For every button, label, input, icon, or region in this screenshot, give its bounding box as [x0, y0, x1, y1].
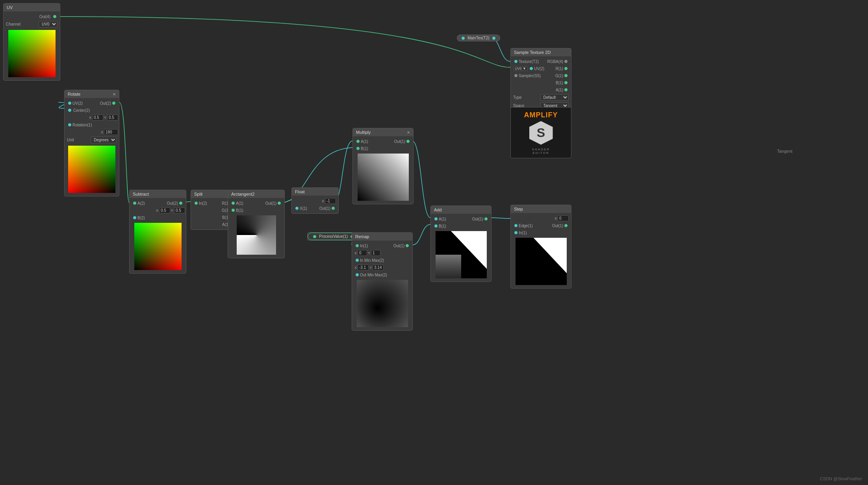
rotate-y-input[interactable]: [107, 115, 118, 120]
remap-out-min-port[interactable]: [356, 273, 359, 276]
rotate-preview-canvas: [68, 146, 115, 193]
sample-r-port[interactable]: [564, 67, 568, 70]
sample-sampler-port[interactable]: [514, 74, 517, 77]
subtract-b-port[interactable]: [133, 216, 136, 219]
rotate-xy-y: Y: [104, 116, 106, 120]
sample-g-label: G(1): [555, 74, 563, 78]
multiply-close[interactable]: ✕: [407, 130, 410, 135]
add-b-label: B(1): [439, 224, 489, 228]
step-edge-port[interactable]: [514, 224, 517, 227]
add-preview: [436, 231, 487, 278]
step-x-label: X: [555, 217, 557, 220]
multiply-out-label: Out(1): [394, 139, 405, 144]
rotate-node: Rotate ✕ UV(2) Out(2) Center(2) X Y Rota…: [64, 90, 119, 196]
add-out-port[interactable]: [484, 217, 488, 220]
sample-uv-port[interactable]: [530, 67, 533, 70]
sample-uv0-badge[interactable]: UV0 ▼: [513, 66, 528, 71]
multiply-b-port[interactable]: [356, 147, 360, 150]
step-preview: [516, 238, 567, 285]
uv-channel-select[interactable]: UV0: [39, 21, 57, 28]
sample-tex-port[interactable]: [514, 60, 517, 63]
remap-x1-label: X: [354, 251, 357, 255]
rotate-x2-label: X: [101, 130, 103, 134]
maintex-label: MainTex(T2): [467, 36, 490, 40]
rotate-rot-port[interactable]: [68, 123, 71, 126]
rotate-center-port[interactable]: [68, 109, 71, 112]
split-title: Split: [194, 192, 202, 196]
rotate-out-port[interactable]: [112, 102, 115, 105]
remap-out-label: Out(1): [393, 244, 404, 248]
add-a-port[interactable]: [434, 217, 438, 220]
step-out-port[interactable]: [564, 224, 568, 227]
sample-texture-node: Sample Texture 2D Texture(T2) RGBA(4) UV…: [510, 48, 571, 112]
remap-x1-input[interactable]: [358, 250, 367, 256]
rotate-preview: [68, 146, 115, 193]
sample-r-label: R(1): [556, 67, 563, 71]
rotate-uv-port[interactable]: [68, 102, 71, 105]
sample-rgba-port[interactable]: [564, 60, 568, 63]
subtract-node: Subtract A(2) Out(2) X Y B(2): [129, 190, 186, 274]
subtract-y-input[interactable]: [174, 207, 185, 213]
rotate-xy-x: X: [89, 116, 91, 120]
rotate-close[interactable]: ✕: [113, 92, 116, 96]
remap-x2-input[interactable]: [358, 265, 369, 270]
remap-in-min-label: In Min Max(2): [360, 258, 410, 263]
remap-out-port[interactable]: [406, 244, 409, 247]
uv-out-port[interactable]: [53, 15, 56, 18]
multiply-a-port[interactable]: [356, 140, 360, 143]
remap-node: Remap In(1) Out(1) X Y In Min Max(2) X Y…: [352, 232, 413, 331]
arctan-b-port[interactable]: [232, 209, 235, 212]
space-tangent-label: Tangent: [777, 149, 792, 154]
amplify-s-container: S: [527, 119, 555, 147]
rotate-center-label: Center(2): [73, 108, 117, 113]
split-in-label: In(2): [199, 201, 222, 205]
multiply-a-label: A(1): [361, 139, 394, 144]
sample-b-port[interactable]: [564, 81, 568, 84]
float-x-in-port[interactable]: [295, 207, 299, 210]
rotate-x-input[interactable]: [92, 115, 103, 120]
maintex-badge[interactable]: MainTex(T2): [457, 35, 500, 41]
subtract-x-label: X: [156, 209, 158, 213]
rotate-title: Rotate: [68, 92, 80, 96]
sample-title: Sample Texture 2D: [514, 50, 551, 55]
split-in-port[interactable]: [195, 202, 198, 205]
amplify-s-letter: S: [537, 126, 545, 140]
float-header: Float: [292, 188, 338, 196]
remap-y2-label: Y: [369, 266, 372, 270]
subtract-a-port[interactable]: [133, 202, 136, 205]
processval-port[interactable]: [313, 235, 316, 238]
remap-in-min-port[interactable]: [356, 259, 359, 262]
arctan-out-port[interactable]: [278, 202, 281, 205]
remap-y2-input[interactable]: [373, 265, 384, 270]
arctan-out-label: Out(1): [265, 201, 276, 205]
add-out-label: Out(1): [472, 217, 483, 221]
subtract-title: Subtract: [133, 192, 149, 196]
arctan-preview-canvas: [237, 215, 276, 255]
rotate-unit-select[interactable]: Degrees: [91, 137, 117, 143]
step-x-input[interactable]: [558, 215, 569, 221]
subtract-b-label: B(2): [137, 216, 184, 220]
arctan-a-port[interactable]: [232, 202, 235, 205]
float-x-label: X: [322, 199, 324, 203]
float-x-input[interactable]: [325, 198, 336, 204]
step-in-port[interactable]: [514, 231, 517, 234]
add-title: Add: [434, 207, 442, 212]
multiply-header: Multiply ✕: [353, 128, 413, 136]
subtract-preview-canvas: [134, 223, 182, 270]
add-b-port[interactable]: [434, 224, 438, 228]
subtract-header: Subtract: [130, 190, 186, 198]
multiply-out-port[interactable]: [406, 140, 410, 143]
subtract-a-label: A(2): [137, 201, 167, 205]
processval-label: ProcessValue(1): [319, 234, 348, 239]
rotate-x2-input[interactable]: [104, 129, 118, 135]
sample-a-port[interactable]: [564, 88, 568, 91]
remap-y1-input[interactable]: [371, 250, 380, 256]
sample-type-select[interactable]: Default: [540, 94, 569, 101]
remap-in-port[interactable]: [356, 244, 359, 247]
float-out-port[interactable]: [332, 207, 335, 210]
sample-g-port[interactable]: [564, 74, 568, 77]
step-in-label: In(1): [519, 231, 569, 235]
subtract-out-port[interactable]: [179, 202, 182, 205]
subtract-x-input[interactable]: [159, 207, 170, 213]
step-edge-label: Edge(1): [519, 224, 552, 228]
